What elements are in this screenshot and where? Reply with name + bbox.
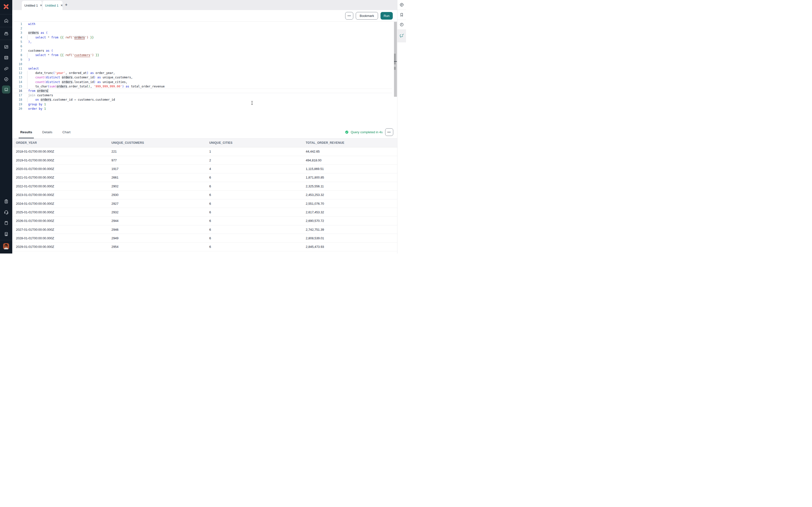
table-cell: 4 xyxy=(209,167,306,171)
column-header[interactable]: UNIQUE_CUSTOMERS xyxy=(111,141,209,145)
line-number: 11 xyxy=(12,66,22,71)
code-text: select xyxy=(28,66,39,71)
tab-label: Untitled 1 xyxy=(24,4,38,7)
code-text: orders as ( xyxy=(28,31,48,35)
table-row[interactable]: 2027-01-01T00:00:00.000Z294662,742,751.3… xyxy=(12,225,397,234)
line-number: 4 xyxy=(12,35,22,40)
code-line[interactable]: 2 xyxy=(12,26,392,31)
code-line[interactable]: 3orders as ( xyxy=(12,31,392,35)
sidebar-item-templates[interactable] xyxy=(2,198,10,205)
code-line[interactable]: 4 select * from {{ ref('orders') }} xyxy=(12,35,392,40)
sidebar-item-organization[interactable] xyxy=(2,230,10,238)
compass-icon xyxy=(4,77,9,82)
tab-untitled-1[interactable]: Untitled 1 ✕ xyxy=(22,1,42,10)
tab-chart[interactable]: Chart xyxy=(61,126,72,138)
table-row[interactable]: 2023-01-01T00:00:00.000Z293062,453,253.3… xyxy=(12,190,397,199)
table-cell: 2902 xyxy=(111,184,209,188)
tab-details[interactable]: Details xyxy=(41,126,54,138)
code-line[interactable]: 11select xyxy=(12,66,392,71)
line-number: 7 xyxy=(12,49,22,53)
sidebar-item-docs[interactable] xyxy=(2,219,10,227)
sidebar-item-compute[interactable] xyxy=(2,86,10,94)
code-line[interactable]: 20order by 1 xyxy=(12,107,392,111)
sidebar-item-explore[interactable] xyxy=(2,76,10,83)
hex-logo-icon[interactable] xyxy=(2,3,10,10)
table-cell: 6 xyxy=(209,184,306,188)
user-avatar[interactable] xyxy=(3,243,9,249)
table-cell: 1917 xyxy=(111,167,209,171)
close-icon[interactable]: ✕ xyxy=(40,4,42,7)
table-row[interactable]: 2028-01-01T00:00:00.000Z294962,808,539.0… xyxy=(12,234,397,242)
table-row[interactable]: 2018-01-01T00:00:00.000Z221144,442.65 xyxy=(12,148,397,156)
code-line[interactable]: 1with xyxy=(12,22,392,26)
column-header[interactable]: ORDER_YEAR xyxy=(12,141,111,145)
column-header[interactable]: TOTAL_ORDER_REVENUE xyxy=(306,141,397,145)
line-number: 19 xyxy=(12,102,22,107)
code-text: order by 1 xyxy=(28,107,46,111)
sidebar-item-support[interactable] xyxy=(2,209,10,216)
rail-item-explore[interactable] xyxy=(397,0,406,10)
line-number: 18 xyxy=(12,98,22,102)
headset-icon xyxy=(4,210,9,215)
code-line[interactable]: 7customers as ( xyxy=(12,49,392,53)
sidebar-item-code[interactable] xyxy=(2,54,10,61)
table-cell: 2930 xyxy=(111,193,209,197)
bookmark-button[interactable]: Bookmark xyxy=(356,12,378,19)
building-icon xyxy=(4,231,9,237)
sidebar-divider xyxy=(0,240,12,240)
sidebar-item-home[interactable] xyxy=(2,17,10,24)
code-line[interactable]: 13 count(distinct orders.customer_id) as… xyxy=(12,75,392,79)
code-line[interactable]: 6 xyxy=(12,44,392,49)
line-number: 10 xyxy=(12,62,22,66)
rail-item-history[interactable] xyxy=(397,20,406,30)
table-cell: 2027-01-01T00:00:00.000Z xyxy=(12,228,111,231)
table-row[interactable]: 2024-01-01T00:00:00.000Z292762,551,076.7… xyxy=(12,200,397,208)
sidebar-item-apps[interactable] xyxy=(2,43,10,51)
rail-item-ai-assistant[interactable] xyxy=(397,30,406,42)
code-text: group by 1 xyxy=(28,102,46,107)
close-icon[interactable]: ✕ xyxy=(60,4,63,7)
code-line[interactable]: 8 select * from {{ ref('customers') }} xyxy=(12,53,392,57)
sql-editor[interactable]: 1with23orders as (4 select * from {{ ref… xyxy=(12,22,397,126)
table-row[interactable]: 2029-01-01T00:00:00.000Z295462,845,473.9… xyxy=(12,243,397,251)
sidebar-item-app-builder[interactable] xyxy=(2,65,10,72)
run-button[interactable]: Run xyxy=(380,12,393,19)
sidebar-item-projects[interactable] xyxy=(2,30,10,37)
table-cell: 2,742,751.39 xyxy=(306,228,397,231)
rail-item-bookmarks[interactable] xyxy=(397,10,406,20)
tab-untitled-2[interactable]: Untitled 1 ✕ xyxy=(42,1,62,10)
code-line[interactable]: 16from orders xyxy=(12,89,392,93)
editor-scrollbar[interactable] xyxy=(394,22,397,97)
code-line[interactable]: 19group by 1 xyxy=(12,102,392,107)
tab-bar: Untitled 1 ✕ Untitled 1 ✕ + xyxy=(12,0,397,10)
table-cell: 1,871,800.85 xyxy=(306,176,397,179)
code-line[interactable]: 14 count(distinct orders.location_id) as… xyxy=(12,80,392,84)
tab-results[interactable]: Results xyxy=(19,126,34,138)
bookmark-icon xyxy=(399,12,404,17)
table-cell: 2020-01-01T00:00:00.000Z xyxy=(12,167,111,171)
code-area[interactable]: 1with23orders as (4 select * from {{ ref… xyxy=(12,22,392,111)
code-line[interactable]: 10 xyxy=(12,62,392,66)
table-row[interactable]: 2020-01-01T00:00:00.000Z191741,115,869.5… xyxy=(12,165,397,173)
line-number: 5 xyxy=(12,40,22,44)
table-row[interactable]: 2025-01-01T00:00:00.000Z293262,617,453.3… xyxy=(12,208,397,217)
sidebar-divider xyxy=(0,14,12,14)
code-line[interactable]: 15 to_char(sum(orders.order_total), '999… xyxy=(12,84,392,89)
table-row[interactable]: 2021-01-01T00:00:00.000Z266161,871,800.8… xyxy=(12,173,397,182)
table-row[interactable]: 2030-01-01T00:00:00.000Z287961,841,049.3… xyxy=(12,251,397,253)
code-line[interactable]: 5), xyxy=(12,40,392,44)
code-text: date_trunc('year', ordered_at) as order_… xyxy=(28,71,115,75)
results-more-button[interactable]: ••• xyxy=(385,128,393,136)
code-line[interactable]: 9) xyxy=(12,58,392,62)
code-line[interactable]: 17join customers xyxy=(12,93,392,98)
more-options-button[interactable]: ••• xyxy=(345,12,353,19)
compass-icon xyxy=(399,2,404,7)
table-cell: 2,690,570.72 xyxy=(306,219,397,223)
code-line[interactable]: 12 date_trunc('year', ordered_at) as ord… xyxy=(12,71,392,75)
column-header[interactable]: UNIQUE_CITIES xyxy=(209,141,306,145)
code-line[interactable]: 18 on orders.customer_id = customers.cus… xyxy=(12,98,392,102)
new-tab-button[interactable]: + xyxy=(63,2,69,8)
table-row[interactable]: 2022-01-01T00:00:00.000Z290262,325,556.1… xyxy=(12,182,397,190)
table-row[interactable]: 2019-01-01T00:00:00.000Z9772494,818.00 xyxy=(12,156,397,165)
table-row[interactable]: 2026-01-01T00:00:00.000Z294462,690,570.7… xyxy=(12,217,397,225)
